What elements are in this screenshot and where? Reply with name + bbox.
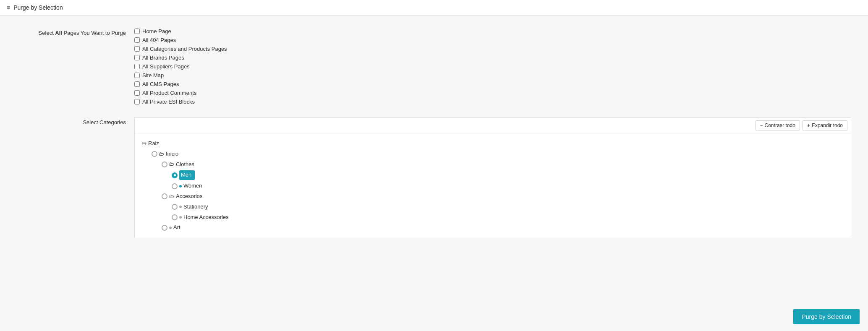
radio-women[interactable]: [172, 183, 178, 189]
checkbox-404[interactable]: All 404 Pages: [134, 37, 851, 43]
radio-men[interactable]: [172, 172, 178, 178]
tree-node-accesorios[interactable]: 🗁 Accesorios: [162, 191, 844, 202]
checkbox-cms[interactable]: All CMS Pages: [134, 81, 851, 87]
stationery-label: Stationery: [183, 203, 208, 211]
categories-label: Select Categories: [17, 117, 134, 238]
page-footer: Purge by Selection: [785, 302, 868, 331]
checkbox-brands-label: All Brands Pages: [142, 55, 184, 61]
accesorios-children: Stationery Home Accessories: [162, 202, 844, 223]
checkbox-esi[interactable]: All Private ESI Blocks: [134, 99, 851, 105]
dot-art: [169, 227, 172, 229]
expandir-todo-button[interactable]: + Expandir todo: [803, 120, 847, 130]
checkbox-comments[interactable]: All Product Comments: [134, 90, 851, 96]
category-tree-section: − Contraer todo + Expandir todo 🗁 Raiz: [134, 117, 851, 238]
folder-icon-inicio: 🗁: [159, 150, 164, 158]
tree-node-inicio[interactable]: 🗁 Inicio: [152, 149, 844, 159]
tree-node-home-accessories[interactable]: Home Accessories: [172, 212, 844, 223]
page-content: Select All Pages You Want to Purge Home …: [0, 16, 868, 261]
inicio-label: Inicio: [166, 150, 178, 159]
categories-field: − Contraer todo + Expandir todo 🗁 Raiz: [134, 117, 851, 238]
tree-node-clothes[interactable]: 🗁 Clothes: [162, 159, 844, 170]
dot-stationery: [179, 206, 182, 208]
checkbox-suppliers-label: All Suppliers Pages: [142, 63, 190, 70]
checkbox-suppliers[interactable]: All Suppliers Pages: [134, 63, 851, 70]
checkbox-cms-label: All CMS Pages: [142, 81, 179, 87]
tree-node-men[interactable]: Men: [172, 169, 844, 181]
radio-clothes[interactable]: [162, 162, 167, 167]
clothes-label: Clothes: [176, 160, 194, 169]
radio-stationery[interactable]: [172, 204, 178, 210]
men-selected-bg: Men: [179, 170, 195, 180]
art-label: Art: [173, 223, 180, 232]
radio-home-accessories[interactable]: [172, 214, 178, 220]
checkbox-404-label: All 404 Pages: [142, 37, 176, 43]
tree-node-raiz: 🗁 Raiz: [141, 138, 844, 149]
categories-form-row: Select Categories − Contraer todo + Expa…: [17, 117, 851, 238]
minus-icon: −: [760, 122, 763, 128]
men-label: Men: [181, 171, 191, 180]
dot-home-accessories: [179, 216, 182, 219]
pages-form-row: Select All Pages You Want to Purge Home …: [17, 28, 851, 107]
checkbox-catprod[interactable]: All Categories and Products Pages: [134, 46, 851, 52]
radio-art[interactable]: [162, 225, 167, 231]
menu-icon: ≡: [7, 4, 10, 11]
radio-inicio[interactable]: [152, 151, 157, 157]
folder-icon-raiz: 🗁: [141, 140, 146, 148]
inicio-children: 🗁 Clothes Men: [152, 159, 844, 233]
page-title: Purge by Selection: [13, 4, 63, 11]
purge-by-selection-button[interactable]: Purge by Selection: [793, 309, 860, 324]
checkbox-home[interactable]: Home Page: [134, 28, 851, 34]
checkbox-brands[interactable]: All Brands Pages: [134, 55, 851, 61]
accesorios-label: Accesorios: [176, 192, 203, 201]
checkbox-sitemap-label: Site Map: [142, 72, 164, 78]
checkbox-comments-label: All Product Comments: [142, 90, 196, 96]
checkbox-esi-label: All Private ESI Blocks: [142, 99, 195, 105]
dot-women: [179, 185, 182, 188]
contraer-todo-button[interactable]: − Contraer todo: [756, 120, 800, 130]
tree-node-art[interactable]: Art: [162, 222, 844, 233]
radio-accesorios[interactable]: [162, 193, 167, 199]
plus-icon: +: [807, 122, 810, 128]
tree-node-stationery[interactable]: Stationery: [172, 202, 844, 212]
pages-checkboxes: Home Page All 404 Pages All Categories a…: [134, 28, 851, 107]
checkbox-home-label: Home Page: [142, 28, 171, 34]
raiz-label: Raiz: [148, 139, 159, 148]
tree-container: 🗁 Raiz 🗁 Inicio: [135, 133, 851, 238]
folder-icon-accesorios: 🗁: [169, 193, 174, 201]
clothes-children: Men Women: [162, 169, 844, 191]
pages-label: Select All Pages You Want to Purge: [17, 28, 134, 107]
folder-icon-clothes: 🗁: [169, 160, 174, 168]
home-accessories-label: Home Accessories: [183, 213, 229, 222]
checkbox-catprod-label: All Categories and Products Pages: [142, 46, 227, 52]
page-header: ≡ Purge by Selection: [0, 0, 868, 16]
tree-node-women[interactable]: Women: [172, 181, 844, 191]
checkbox-sitemap[interactable]: Site Map: [134, 72, 851, 78]
raiz-children: 🗁 Inicio 🗁 Clothes: [141, 149, 844, 233]
category-toolbar: − Contraer todo + Expandir todo: [135, 118, 851, 133]
women-label: Women: [183, 182, 202, 190]
